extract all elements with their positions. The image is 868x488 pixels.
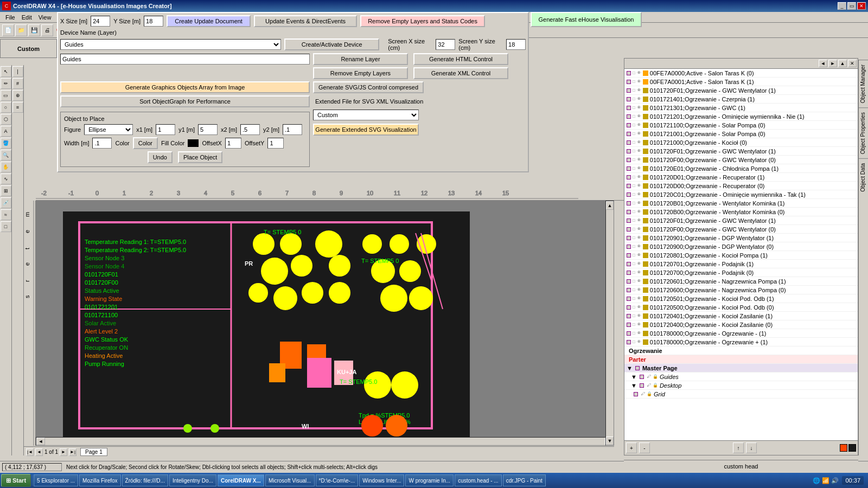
grid-btn[interactable]: # [12, 78, 23, 89]
restore-button[interactable]: ▭ [847, 2, 856, 10]
obj-item-21[interactable]: □ 👁 0101720801;Ogrzewanie - Kocioł Pompa… [624, 251, 858, 260]
sort-objectgraph-button[interactable]: Sort ObjectGraph for Performance [60, 95, 310, 107]
obj-item-27[interactable]: □ 👁 0101720500;Ogrzewanie - Kocioł Pod. … [624, 303, 858, 312]
obj-item-0[interactable]: □ 👁 00FE7A0000;Active - Salon Taras K (0… [624, 69, 858, 78]
x-size-input[interactable] [91, 16, 110, 27]
menu-edit[interactable]: Edit [18, 13, 35, 22]
taskbar-btn-1[interactable]: Mozilla Firefox [79, 474, 120, 486]
close-button[interactable]: ✕ [857, 2, 866, 10]
undo-button[interactable]: Undo [148, 151, 173, 163]
obj-item-2[interactable]: □ 👁 0101720F01;Ogrzewanie - GWC Wentylat… [624, 86, 858, 95]
snap-btn[interactable]: ⊕ [12, 90, 23, 101]
obj-item-22[interactable]: □ 👁 0101720701;Ogrzewanie - Podajnik (1) [624, 260, 858, 268]
device-text-input[interactable] [60, 54, 310, 65]
panel-close[interactable]: ✕ [848, 60, 857, 67]
figure-select[interactable]: Ellipse [84, 124, 133, 135]
window-controls[interactable]: _ ▭ ✕ [838, 2, 866, 10]
offsety-input[interactable] [267, 138, 284, 149]
generate-svg-button[interactable]: Generate SVG/JS Control compresed [313, 81, 424, 93]
menu-view[interactable]: View [35, 13, 55, 22]
side-tab-object-properties[interactable]: Object Properties [859, 107, 868, 158]
panel-nav-right[interactable]: ► [828, 60, 837, 67]
x2-input[interactable] [240, 124, 260, 135]
taskbar-btn-0[interactable]: 5 Eksplorator ... [34, 474, 78, 486]
obj-item-12[interactable]: □ 👁 0101720D01;Ogrzewanie - Recuperator … [624, 173, 858, 182]
obj-item-14[interactable]: □ 👁 0101720C01;Ogrzewanie - Ominięcie wy… [624, 190, 858, 199]
rename-layer-button[interactable]: Rename Layer [313, 53, 408, 65]
new-layer-btn[interactable]: + [626, 442, 637, 453]
obj-item-23[interactable]: □ 👁 0101720700;Ogrzewanie - Podajnik (0) [624, 268, 858, 277]
x1-input[interactable] [156, 124, 175, 135]
move-down-btn[interactable]: ↓ [746, 442, 757, 453]
extended-dropdown[interactable]: Custom [313, 110, 419, 120]
obj-layer-desktop[interactable]: ▼ 🖊 🔒 Desktop [624, 381, 858, 390]
scroll-down-btn[interactable]: ▼ [606, 436, 614, 445]
obj-item-29[interactable]: □ 👁 0101720400;Ogrzewanie - Kocioł Zasil… [624, 320, 858, 329]
generate-extended-button[interactable]: Generate Extended SVG Visualization [313, 124, 419, 136]
place-object-button[interactable]: Place Object [178, 151, 222, 163]
save-btn[interactable]: 💾 [28, 24, 40, 36]
screen-y-input[interactable] [506, 39, 526, 50]
obj-item-7[interactable]: □ 👁 0101721001;Ogrzewanie - Solar Pompa … [624, 130, 858, 138]
obj-layer-grid[interactable]: 🖊 🔒 Grid [624, 390, 858, 399]
side-tab-object-manager[interactable]: Object Manager [859, 60, 868, 107]
obj-item-24[interactable]: □ 👁 0101720601;Ogrzewanie - Nagrzewnica … [624, 277, 858, 286]
obj-item-3[interactable]: □ 👁 0101721401;Ogrzewanie - Czerpnia (1) [624, 95, 858, 104]
generate-graphics-button[interactable]: Generate Graphics Objects Array from Ima… [60, 81, 310, 93]
taskbar-btn-8[interactable]: W programie In... [405, 474, 454, 486]
generate-fast-button[interactable]: Generate Fast eHouse Visualisation [531, 12, 642, 27]
start-button[interactable]: ⊞ Start [1, 474, 31, 487]
taskbar-btn-custom-head[interactable]: custom.head - ... [455, 474, 501, 486]
obj-item-parter[interactable]: Parter [624, 355, 858, 364]
pan-tool[interactable]: ✋ [1, 162, 11, 172]
create-update-button[interactable]: Create Update Document [167, 15, 251, 27]
obj-item-8[interactable]: □ 👁 0101721000;Ogrzewanie - Kocioł (0) [624, 138, 858, 147]
page-next-btn[interactable]: ► [60, 448, 67, 456]
side-tab-object-data[interactable]: Object Data [859, 158, 868, 196]
obj-item-31[interactable]: □ 👁 0101780000;Ogrzewanie - Ogrzewanie +… [624, 338, 858, 346]
page-prev-btn[interactable]: ◄ [35, 448, 43, 456]
obj-item-16[interactable]: □ 👁 0101720B00;Ogrzewanie - Wentylator K… [624, 208, 858, 216]
fill-color-swatch[interactable] [188, 139, 199, 147]
canvas-area[interactable]: Temperature Reading 1: T=STEMP5.0 Temper… [36, 201, 614, 446]
obj-item-13[interactable]: □ 👁 0101720D00;Ogrzewanie - Recuperator … [624, 182, 858, 190]
generate-xml-button[interactable]: Generate XML Control [413, 67, 508, 79]
new-btn[interactable]: 📄 [2, 24, 14, 36]
obj-item-ogrzewanie[interactable]: Ogrzewanie [624, 346, 858, 355]
obj-item-6[interactable]: □ 👁 0101721100;Ogrzewanie - Solar Pompa … [624, 121, 858, 130]
minimize-button[interactable]: _ [838, 2, 846, 10]
create-activate-button[interactable]: Create/Activate Device [284, 38, 379, 50]
obj-item-5[interactable]: □ 👁 0101721201;Ogrzewanie - Ominięcie wy… [624, 112, 858, 121]
obj-item-17[interactable]: □ 👁 0101720F01;Ogrzewanie - GWC Wentylat… [624, 216, 858, 225]
panel-collapse[interactable]: ▲ [838, 60, 847, 67]
rectangle-tool[interactable]: ▭ [1, 90, 11, 101]
smear-tool[interactable]: ≈ [1, 209, 11, 220]
taskbar-btn-2[interactable]: Źródło: file:///D... [122, 474, 168, 486]
page-first-btn[interactable]: |◄ [26, 448, 34, 456]
width-input[interactable] [92, 138, 112, 149]
ellipse-tool[interactable]: ○ [1, 102, 11, 113]
scroll-up-btn[interactable]: ▲ [606, 201, 614, 210]
screen-x-input[interactable] [436, 39, 455, 50]
obj-item-10[interactable]: □ 👁 0101720F00;Ogrzewanie - GWC Wentylat… [624, 156, 858, 164]
panel-nav-left[interactable]: ◄ [819, 60, 827, 67]
move-up-btn[interactable]: ↑ [733, 442, 744, 453]
y2-input[interactable] [283, 124, 302, 135]
select-tool[interactable]: ↖ [1, 66, 11, 77]
obj-item-28[interactable]: □ 👁 0101720401;Ogrzewanie - Kocioł Zasil… [624, 312, 858, 320]
obj-item-26[interactable]: □ 👁 0101720501;Ogrzewanie - Kocioł Pod. … [624, 294, 858, 303]
taskbar-btn-4[interactable]: CorelDRAW X... [218, 474, 264, 486]
y1-input[interactable] [198, 124, 218, 135]
color-button[interactable]: Color [133, 137, 158, 149]
scroll-left-btn[interactable]: ◄ [36, 438, 45, 445]
text-tool[interactable]: A [1, 126, 11, 137]
page-tab[interactable]: Page 1 [80, 448, 107, 456]
zoom-tool[interactable]: 🔍 [1, 150, 11, 160]
scrollbar-horizontal[interactable]: ◄ ► [36, 437, 614, 446]
delete-layer-btn[interactable]: - [639, 442, 650, 453]
fill-tool[interactable]: 🪣 [1, 138, 11, 149]
obj-item-15[interactable]: □ 👁 0101720B01;Ogrzewanie - Wentylator K… [624, 199, 858, 208]
generate-html-button[interactable]: Generate HTML Control [413, 53, 508, 65]
polygon-tool[interactable]: ⬡ [1, 114, 11, 125]
taskbar-btn-10[interactable]: cdr.JPG - Paint [503, 474, 546, 486]
